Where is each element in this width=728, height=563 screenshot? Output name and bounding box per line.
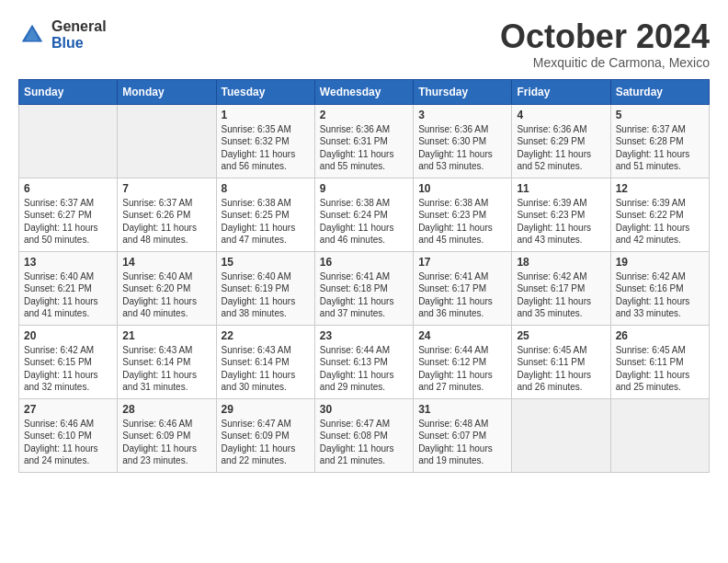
title-block: October 2024 Mexquitic de Carmona, Mexic… xyxy=(500,18,710,70)
day-number: 9 xyxy=(320,182,408,195)
day-number: 8 xyxy=(222,182,310,195)
day-info: Sunrise: 6:36 AM Sunset: 6:29 PM Dayligh… xyxy=(517,123,605,173)
logo-general: General xyxy=(51,18,107,35)
weekday-header: Thursday xyxy=(414,79,512,104)
day-info: Sunrise: 6:38 AM Sunset: 6:23 PM Dayligh… xyxy=(418,197,506,247)
calendar-cell: 16Sunrise: 6:41 AM Sunset: 6:18 PM Dayli… xyxy=(314,251,413,325)
day-info: Sunrise: 6:46 AM Sunset: 6:10 PM Dayligh… xyxy=(24,418,112,467)
calendar-cell: 23Sunrise: 6:44 AM Sunset: 6:13 PM Dayli… xyxy=(314,325,413,398)
weekday-header: Saturday xyxy=(610,79,709,104)
day-number: 11 xyxy=(517,182,605,195)
day-number: 31 xyxy=(418,403,506,416)
day-number: 12 xyxy=(616,182,704,195)
day-info: Sunrise: 6:36 AM Sunset: 6:30 PM Dayligh… xyxy=(418,123,506,173)
day-info: Sunrise: 6:38 AM Sunset: 6:25 PM Dayligh… xyxy=(222,197,310,247)
day-number: 1 xyxy=(222,109,310,121)
calendar-cell xyxy=(118,104,216,178)
day-number: 7 xyxy=(122,182,210,195)
calendar-week-row: 20Sunrise: 6:42 AM Sunset: 6:15 PM Dayli… xyxy=(19,325,710,398)
calendar-cell: 10Sunrise: 6:38 AM Sunset: 6:23 PM Dayli… xyxy=(414,178,512,251)
day-number: 22 xyxy=(222,329,310,342)
logo-icon xyxy=(18,21,46,49)
day-info: Sunrise: 6:43 AM Sunset: 6:14 PM Dayligh… xyxy=(122,344,210,394)
calendar-cell: 14Sunrise: 6:40 AM Sunset: 6:20 PM Dayli… xyxy=(118,251,216,325)
day-info: Sunrise: 6:46 AM Sunset: 6:09 PM Dayligh… xyxy=(122,418,210,467)
day-info: Sunrise: 6:37 AM Sunset: 6:26 PM Dayligh… xyxy=(122,197,210,247)
day-info: Sunrise: 6:47 AM Sunset: 6:09 PM Dayligh… xyxy=(222,418,310,467)
day-number: 27 xyxy=(24,403,112,416)
calendar-cell: 30Sunrise: 6:47 AM Sunset: 6:08 PM Dayli… xyxy=(314,398,413,472)
calendar-cell: 26Sunrise: 6:45 AM Sunset: 6:11 PM Dayli… xyxy=(610,325,709,398)
day-number: 6 xyxy=(24,182,112,195)
calendar-cell xyxy=(19,104,118,178)
calendar-cell: 8Sunrise: 6:38 AM Sunset: 6:25 PM Daylig… xyxy=(216,178,314,251)
calendar-cell: 21Sunrise: 6:43 AM Sunset: 6:14 PM Dayli… xyxy=(118,325,216,398)
day-info: Sunrise: 6:42 AM Sunset: 6:15 PM Dayligh… xyxy=(24,344,112,394)
weekday-header: Wednesday xyxy=(314,79,413,104)
day-number: 16 xyxy=(320,256,408,269)
weekday-header: Friday xyxy=(512,79,610,104)
calendar-cell: 27Sunrise: 6:46 AM Sunset: 6:10 PM Dayli… xyxy=(19,398,118,472)
weekday-header: Tuesday xyxy=(216,79,314,104)
calendar-cell: 5Sunrise: 6:37 AM Sunset: 6:28 PM Daylig… xyxy=(610,104,709,178)
month-title: October 2024 xyxy=(500,18,710,55)
calendar-cell: 31Sunrise: 6:48 AM Sunset: 6:07 PM Dayli… xyxy=(414,398,512,472)
day-number: 13 xyxy=(24,256,112,269)
calendar-cell: 6Sunrise: 6:37 AM Sunset: 6:27 PM Daylig… xyxy=(19,178,118,251)
day-number: 29 xyxy=(222,403,310,416)
day-info: Sunrise: 6:38 AM Sunset: 6:24 PM Dayligh… xyxy=(320,197,408,247)
calendar-cell: 17Sunrise: 6:41 AM Sunset: 6:17 PM Dayli… xyxy=(414,251,512,325)
calendar-cell: 15Sunrise: 6:40 AM Sunset: 6:19 PM Dayli… xyxy=(216,251,314,325)
logo-blue: Blue xyxy=(51,35,107,52)
day-info: Sunrise: 6:42 AM Sunset: 6:16 PM Dayligh… xyxy=(616,270,704,320)
calendar-cell: 19Sunrise: 6:42 AM Sunset: 6:16 PM Dayli… xyxy=(610,251,709,325)
calendar-week-row: 27Sunrise: 6:46 AM Sunset: 6:10 PM Dayli… xyxy=(19,398,710,472)
day-info: Sunrise: 6:35 AM Sunset: 6:32 PM Dayligh… xyxy=(222,123,310,173)
day-info: Sunrise: 6:40 AM Sunset: 6:19 PM Dayligh… xyxy=(222,270,310,320)
day-info: Sunrise: 6:44 AM Sunset: 6:12 PM Dayligh… xyxy=(418,344,506,394)
calendar-cell: 20Sunrise: 6:42 AM Sunset: 6:15 PM Dayli… xyxy=(19,325,118,398)
day-info: Sunrise: 6:48 AM Sunset: 6:07 PM Dayligh… xyxy=(418,418,506,467)
calendar-body: 1Sunrise: 6:35 AM Sunset: 6:32 PM Daylig… xyxy=(19,104,710,472)
calendar-cell: 12Sunrise: 6:39 AM Sunset: 6:22 PM Dayli… xyxy=(610,178,709,251)
weekday-header: Sunday xyxy=(19,79,118,104)
day-number: 28 xyxy=(122,403,210,416)
day-number: 24 xyxy=(418,329,506,342)
calendar-cell: 28Sunrise: 6:46 AM Sunset: 6:09 PM Dayli… xyxy=(118,398,216,472)
location-subtitle: Mexquitic de Carmona, Mexico xyxy=(500,55,710,70)
day-number: 10 xyxy=(418,182,506,195)
calendar-cell: 9Sunrise: 6:38 AM Sunset: 6:24 PM Daylig… xyxy=(314,178,413,251)
day-number: 15 xyxy=(222,256,310,269)
day-info: Sunrise: 6:42 AM Sunset: 6:17 PM Dayligh… xyxy=(517,270,605,320)
calendar-cell: 11Sunrise: 6:39 AM Sunset: 6:23 PM Dayli… xyxy=(512,178,610,251)
calendar-cell: 1Sunrise: 6:35 AM Sunset: 6:32 PM Daylig… xyxy=(216,104,314,178)
day-number: 4 xyxy=(517,109,605,121)
day-number: 25 xyxy=(517,329,605,342)
calendar-cell xyxy=(512,398,610,472)
day-number: 21 xyxy=(122,329,210,342)
day-info: Sunrise: 6:37 AM Sunset: 6:28 PM Dayligh… xyxy=(616,123,704,173)
calendar-table: SundayMondayTuesdayWednesdayThursdayFrid… xyxy=(18,79,710,473)
day-info: Sunrise: 6:44 AM Sunset: 6:13 PM Dayligh… xyxy=(320,344,408,394)
day-info: Sunrise: 6:45 AM Sunset: 6:11 PM Dayligh… xyxy=(517,344,605,394)
day-info: Sunrise: 6:43 AM Sunset: 6:14 PM Dayligh… xyxy=(222,344,310,394)
calendar-cell: 24Sunrise: 6:44 AM Sunset: 6:12 PM Dayli… xyxy=(414,325,512,398)
day-number: 18 xyxy=(517,256,605,269)
day-info: Sunrise: 6:39 AM Sunset: 6:23 PM Dayligh… xyxy=(517,197,605,247)
logo-text: General Blue xyxy=(51,18,107,51)
day-number: 19 xyxy=(616,256,704,269)
logo: General Blue xyxy=(18,18,107,51)
day-info: Sunrise: 6:39 AM Sunset: 6:22 PM Dayligh… xyxy=(616,197,704,247)
day-number: 2 xyxy=(320,109,408,121)
day-info: Sunrise: 6:45 AM Sunset: 6:11 PM Dayligh… xyxy=(616,344,704,394)
day-info: Sunrise: 6:40 AM Sunset: 6:20 PM Dayligh… xyxy=(122,270,210,320)
calendar-cell: 4Sunrise: 6:36 AM Sunset: 6:29 PM Daylig… xyxy=(512,104,610,178)
calendar-cell: 18Sunrise: 6:42 AM Sunset: 6:17 PM Dayli… xyxy=(512,251,610,325)
day-number: 17 xyxy=(418,256,506,269)
weekday-header: Monday xyxy=(118,79,216,104)
calendar-cell: 25Sunrise: 6:45 AM Sunset: 6:11 PM Dayli… xyxy=(512,325,610,398)
day-info: Sunrise: 6:37 AM Sunset: 6:27 PM Dayligh… xyxy=(24,197,112,247)
calendar-week-row: 13Sunrise: 6:40 AM Sunset: 6:21 PM Dayli… xyxy=(19,251,710,325)
calendar-cell xyxy=(610,398,709,472)
calendar-cell: 22Sunrise: 6:43 AM Sunset: 6:14 PM Dayli… xyxy=(216,325,314,398)
